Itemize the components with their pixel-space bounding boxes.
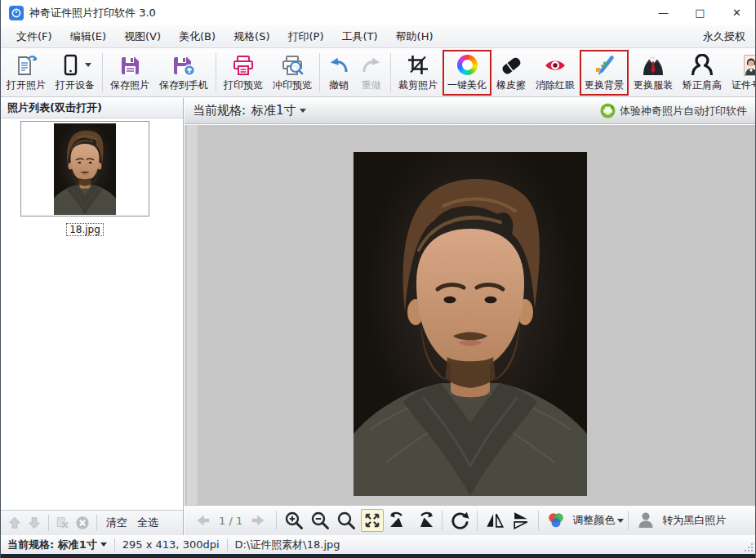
next-photo-button[interactable] [247, 509, 270, 532]
window-bottom-edge [1, 554, 755, 558]
status-separator [227, 538, 228, 551]
page-indicator: 1 / 1 [219, 515, 242, 527]
save-to-phone-icon [171, 52, 196, 78]
photo-list-footer: 清空 全选 [1, 510, 183, 535]
save-photo-icon [118, 52, 141, 78]
menu-spec[interactable]: 规格(S) [225, 25, 278, 48]
menu-view[interactable]: 视图(V) [115, 25, 170, 48]
viewbar-separator [477, 511, 478, 530]
photo-list-panel: 照片列表(双击打开) 18.jpg 清空 全 [1, 98, 184, 535]
change-background-icon [593, 52, 616, 78]
change-clothes-button[interactable]: 更换服装 [629, 50, 678, 96]
view-toolbar: 1 / 1 [185, 505, 755, 535]
chevron-down-icon [85, 63, 91, 67]
toolbar-separator [102, 53, 103, 92]
undo-button[interactable]: 撤销 [322, 50, 355, 96]
rotate-right-button[interactable] [413, 509, 436, 532]
open-photo-button[interactable]: 打开照片 [2, 50, 51, 96]
thumbnail-filename[interactable]: 18.jpg [66, 223, 104, 236]
chevron-down-icon[interactable] [300, 109, 306, 113]
current-photo [354, 152, 587, 496]
promo-text: 体验神奇照片自动打印软件 [620, 104, 747, 118]
spec-header: 当前规格: 标准1寸 体验神奇照片自动打印软件 [185, 98, 755, 124]
status-spec[interactable]: 当前规格: 标准1寸 [7, 538, 97, 552]
open-photo-icon [15, 52, 38, 78]
one-key-beautify-button[interactable]: 一键美化 [442, 50, 491, 96]
menu-bar: 文件(F) 编辑(E) 视图(V) 美化(B) 规格(S) 打印(P) 工具(T… [1, 25, 755, 48]
viewbar-separator [628, 511, 629, 530]
photo-list-item[interactable] [20, 121, 149, 217]
viewbar-separator [276, 511, 277, 530]
print-preview-icon [232, 52, 255, 78]
remove-red-eye-button[interactable]: 消除红眼 [531, 50, 580, 96]
zoom-actual-button[interactable] [335, 509, 358, 532]
promo-printer-icon [600, 103, 616, 118]
footer-separator [96, 515, 97, 531]
save-to-phone-button[interactable]: 保存到手机 [154, 50, 213, 96]
eraser-icon [500, 52, 523, 78]
flip-vertical-button[interactable] [509, 509, 532, 532]
status-bar: 当前规格: 标准1寸 295 x 413, 300dpi D:\证件照素材\18… [1, 535, 755, 554]
remove-photo-button[interactable] [54, 514, 72, 532]
shoulders-icon [690, 52, 714, 78]
toolbar-separator [216, 53, 216, 92]
menu-print[interactable]: 打印(P) [279, 25, 333, 48]
red-eye-icon [544, 52, 567, 78]
status-image-info: 295 x 413, 300dpi [122, 538, 220, 551]
zoom-in-button[interactable] [282, 509, 305, 532]
rotate-180-button[interactable] [448, 509, 471, 532]
minimize-button[interactable]: — [645, 0, 682, 25]
print-preview-button[interactable]: 打印预览 [219, 50, 268, 96]
adjust-color-button[interactable] [545, 509, 567, 532]
fit-to-window-button[interactable] [361, 509, 384, 532]
viewbar-separator [538, 511, 539, 530]
open-device-button[interactable]: 打开设备 [51, 50, 100, 96]
maximize-button[interactable]: □ [682, 0, 718, 25]
select-all-button[interactable]: 全选 [137, 516, 158, 530]
menu-edit[interactable]: 编辑(E) [61, 25, 115, 48]
develop-preview-icon [281, 52, 304, 78]
fix-shoulders-button[interactable]: 矫正肩高 [678, 50, 727, 96]
resize-grip[interactable] [744, 542, 754, 552]
photo-list: 18.jpg [1, 118, 183, 510]
suit-icon [642, 52, 665, 78]
current-spec-value[interactable]: 标准1寸 [251, 103, 296, 118]
crop-photo-button[interactable]: 裁剪照片 [394, 50, 442, 96]
chevron-down-icon[interactable] [100, 542, 107, 547]
develop-preview-button[interactable]: 冲印预览 [268, 50, 317, 96]
footer-separator [48, 515, 49, 531]
move-down-button[interactable] [25, 514, 43, 532]
menu-file[interactable]: 文件(F) [7, 25, 61, 48]
beautify-ring-icon [457, 52, 478, 78]
viewbar-separator [442, 511, 442, 530]
chevron-down-icon[interactable] [617, 519, 624, 523]
photo-canvas [185, 125, 755, 505]
close-button[interactable]: ✕ [718, 0, 755, 25]
window-title: 神奇证件照片打印软件 3.0 [29, 6, 156, 20]
redo-button[interactable]: 重做 [355, 50, 388, 96]
to-bw-label[interactable]: 转为黑白照片 [662, 513, 726, 528]
status-separator [114, 538, 115, 551]
zoom-out-button[interactable] [309, 509, 331, 532]
change-background-button[interactable]: 更换背景 [580, 50, 629, 96]
delete-all-button[interactable] [73, 514, 91, 532]
flip-horizontal-button[interactable] [483, 509, 506, 532]
redo-icon [360, 52, 383, 78]
move-up-button[interactable] [6, 514, 24, 532]
adjust-color-label[interactable]: 调整颜色 [572, 513, 615, 528]
clear-button[interactable]: 清空 [106, 516, 127, 530]
rotate-left-button[interactable] [387, 509, 410, 532]
title-bar: 神奇证件照片打印软件 3.0 — □ ✕ [1, 0, 755, 25]
id-number-button[interactable]: 证件号码 [727, 50, 755, 96]
eraser-button[interactable]: 橡皮擦 [491, 50, 531, 96]
thumbnail-image [54, 123, 116, 215]
to-bw-button[interactable] [634, 509, 657, 532]
save-photo-button[interactable]: 保存照片 [105, 50, 154, 96]
license-status: 永久授权 [703, 29, 749, 44]
menu-tools[interactable]: 工具(T) [332, 25, 386, 48]
menu-beautify[interactable]: 美化(B) [170, 25, 225, 48]
menu-help[interactable]: 帮助(H) [387, 25, 442, 48]
promo-link[interactable]: 体验神奇照片自动打印软件 [600, 103, 747, 118]
prev-photo-button[interactable] [191, 509, 214, 532]
canvas-scrollbar[interactable] [187, 125, 198, 505]
